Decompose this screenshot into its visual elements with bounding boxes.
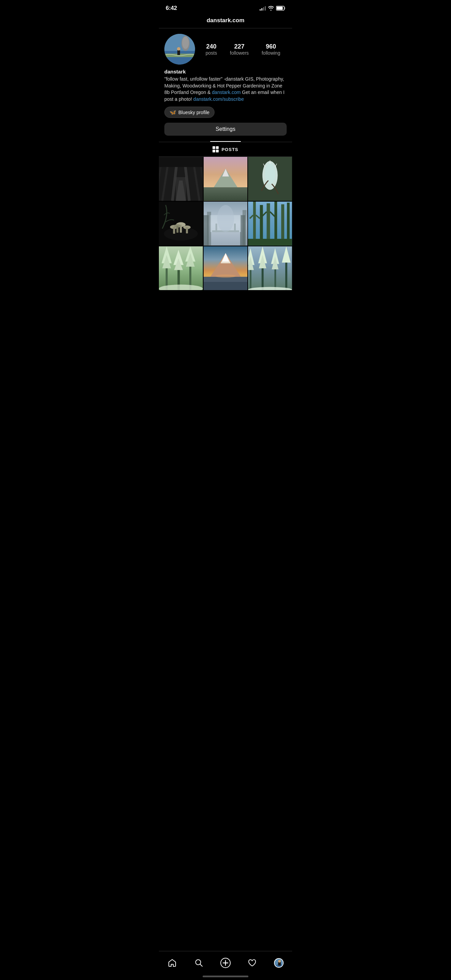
butterfly-icon: 🦋: [170, 109, 176, 116]
wifi-icon: [268, 6, 274, 11]
profile-top: 240 posts 227 followers 960 following: [164, 34, 287, 65]
nav-spacer: [159, 290, 292, 321]
header: danstark.com: [159, 14, 292, 29]
page-title: danstark.com: [207, 17, 245, 24]
svg-point-7: [182, 37, 189, 49]
stat-followers[interactable]: 227 followers: [230, 43, 249, 56]
photo-3[interactable]: [248, 157, 292, 201]
photo-8[interactable]: [203, 247, 248, 290]
bio-link-subscribe[interactable]: danstark.com/subscribe: [194, 96, 244, 102]
svg-point-9: [177, 47, 180, 51]
photo-7[interactable]: [159, 247, 203, 290]
photo-5[interactable]: [203, 202, 248, 246]
photo-9[interactable]: [248, 247, 292, 290]
posts-label: posts: [206, 50, 217, 56]
posts-tab[interactable]: POSTS: [159, 142, 292, 157]
signal-icon: [260, 6, 266, 11]
svg-rect-58: [248, 239, 292, 246]
profile-section: 240 posts 227 followers 960 following da…: [159, 29, 292, 136]
status-bar: 6:42: [159, 0, 292, 14]
svg-rect-21: [203, 187, 248, 201]
svg-rect-2: [277, 7, 283, 10]
followers-count: 227: [234, 43, 244, 50]
photo-grid: [159, 157, 292, 290]
posts-tab-label: POSTS: [221, 147, 238, 152]
svg-rect-1: [284, 7, 285, 9]
stats-row: 240 posts 227 followers 960 following: [199, 43, 287, 56]
bluesky-label: Bluesky profile: [178, 110, 210, 115]
followers-label: followers: [230, 50, 249, 56]
grid-icon: [213, 146, 219, 153]
following-count: 960: [266, 43, 276, 50]
photo-6[interactable]: [248, 202, 292, 246]
bluesky-button[interactable]: 🦋 Bluesky profile: [164, 107, 214, 118]
profile-info: danstark "follow fast, unfollow faster" …: [164, 69, 287, 102]
status-icons: [260, 6, 285, 11]
svg-rect-34: [173, 227, 175, 234]
svg-point-27: [265, 164, 275, 184]
battery-icon: [276, 6, 285, 11]
bio-link-danstark[interactable]: danstark.com: [212, 89, 241, 95]
avatar-image: [164, 34, 195, 65]
tab-indicator: [210, 141, 241, 142]
svg-rect-40: [176, 226, 178, 233]
photo-1[interactable]: [159, 157, 203, 201]
stat-following[interactable]: 960 following: [262, 43, 280, 56]
svg-rect-38: [186, 227, 188, 233]
profile-bio: "follow fast, unfollow faster" -danstark…: [164, 76, 287, 102]
svg-rect-45: [242, 210, 246, 246]
svg-point-80: [215, 274, 235, 278]
status-time: 6:42: [166, 5, 177, 12]
following-label: following: [262, 50, 280, 56]
svg-rect-19: [159, 157, 203, 167]
settings-button[interactable]: Settings: [164, 123, 287, 136]
svg-point-50: [217, 205, 234, 232]
avatar[interactable]: [164, 34, 195, 65]
profile-username: danstark: [164, 69, 287, 75]
posts-count: 240: [206, 43, 217, 50]
photo-4[interactable]: [159, 202, 203, 246]
photo-2[interactable]: [203, 157, 248, 201]
svg-rect-79: [203, 282, 248, 290]
stat-posts[interactable]: 240 posts: [206, 43, 217, 56]
svg-rect-8: [177, 50, 180, 55]
